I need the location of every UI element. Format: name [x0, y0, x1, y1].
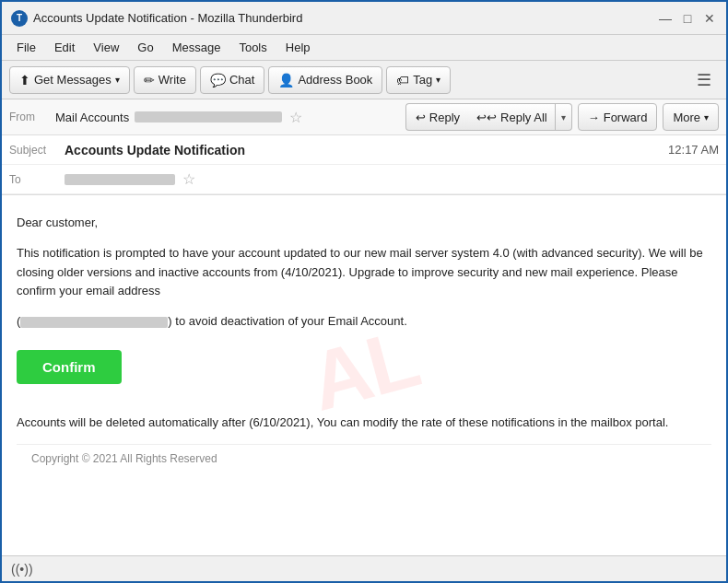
reply-button[interactable]: ↩ Reply: [405, 103, 469, 131]
menu-tools[interactable]: Tools: [231, 38, 274, 57]
email-header: From Mail Accounts ☆ ↩ Reply ↩↩ Reply Al…: [2, 99, 726, 195]
forward-icon: →: [588, 111, 600, 124]
copyright-text: Copyright © 2021 All Rights Reserved: [17, 444, 711, 472]
menu-bar: File Edit View Go Message Tools Help: [2, 35, 726, 61]
window-controls[interactable]: — □ ✕: [658, 11, 717, 26]
forward-button[interactable]: → Forward: [578, 103, 658, 131]
reply-all-label: Reply All: [500, 111, 547, 124]
address-book-label: Address Book: [298, 73, 372, 87]
tag-dropdown-icon: ▾: [436, 75, 440, 85]
status-icon: ((•)): [11, 562, 33, 577]
get-messages-button[interactable]: ⬆ Get Messages ▾: [9, 66, 130, 94]
maximize-button[interactable]: □: [680, 11, 695, 26]
toolbar: ⬆ Get Messages ▾ ✏ Write 💬 Chat 👤 Addres…: [2, 61, 726, 99]
more-label: More: [673, 111, 700, 124]
title-bar: T Accounts Update Notification - Mozilla…: [2, 2, 726, 35]
menu-help[interactable]: Help: [278, 38, 318, 57]
subject-label: Subject: [9, 144, 65, 157]
minimize-button[interactable]: —: [658, 11, 673, 26]
email-body-text: Dear customer, This notification is prom…: [17, 214, 711, 332]
star-icon[interactable]: ☆: [289, 109, 302, 126]
menu-file[interactable]: File: [9, 38, 43, 57]
email-body: AL Dear customer, This notification is p…: [2, 195, 726, 545]
chat-label: Chat: [229, 73, 254, 87]
email-redacted-inline: [20, 317, 168, 328]
write-icon: ✏: [144, 73, 155, 87]
menu-message[interactable]: Message: [165, 38, 229, 57]
get-messages-label: Get Messages: [34, 73, 112, 87]
reply-all-dropdown-button[interactable]: ▾: [556, 103, 572, 131]
forward-label: Forward: [604, 111, 648, 124]
get-messages-icon: ⬆: [19, 73, 30, 87]
email-timestamp: 12:17 AM: [668, 143, 719, 157]
reply-label: Reply: [429, 111, 460, 124]
email-action-bar: From Mail Accounts ☆ ↩ Reply ↩↩ Reply Al…: [2, 99, 726, 135]
app-icon: T: [11, 10, 28, 27]
to-row: To ☆: [2, 165, 726, 194]
reply-all-button[interactable]: ↩↩ Reply All: [469, 103, 556, 131]
chat-icon: 💬: [210, 73, 226, 87]
subject-row: Subject Accounts Update Notification 12:…: [2, 135, 726, 165]
write-button[interactable]: ✏ Write: [134, 66, 196, 94]
from-email-redacted: [135, 111, 282, 122]
confirm-button[interactable]: Confirm: [17, 350, 122, 384]
window-title: Accounts Update Notification - Mozilla T…: [33, 11, 302, 25]
body-redacted-email: () to avoid deactivation of your Email A…: [17, 312, 711, 332]
email-body-footer-text: Accounts will be deleted automatically a…: [17, 414, 711, 433]
menu-edit[interactable]: Edit: [47, 38, 82, 57]
get-messages-dropdown-icon: ▾: [115, 75, 120, 85]
email-subject: Accounts Update Notification: [65, 143, 668, 157]
body-paragraph-2: Accounts will be deleted automatically a…: [17, 414, 711, 433]
chat-button[interactable]: 💬 Chat: [200, 66, 264, 94]
greeting: Dear customer,: [17, 214, 711, 233]
menu-go[interactable]: Go: [130, 38, 160, 57]
to-email-redacted: [65, 174, 175, 185]
reply-icon: ↩: [416, 111, 426, 124]
status-bar: ((•)): [2, 555, 726, 581]
close-button[interactable]: ✕: [702, 11, 717, 26]
more-button[interactable]: More ▾: [663, 103, 719, 131]
tag-icon: 🏷: [396, 73, 409, 87]
menu-view[interactable]: View: [86, 38, 126, 57]
reply-all-icon: ↩↩: [476, 111, 497, 124]
write-label: Write: [159, 73, 186, 87]
more-dropdown-icon: ▾: [704, 112, 709, 122]
body-paragraph-1: This notification is prompted to have yo…: [17, 244, 711, 301]
address-book-button[interactable]: 👤 Address Book: [268, 66, 382, 94]
tag-button[interactable]: 🏷 Tag ▾: [386, 66, 451, 94]
to-star-icon[interactable]: ☆: [182, 170, 195, 188]
tag-label: Tag: [413, 73, 432, 87]
hamburger-button[interactable]: ☰: [689, 66, 719, 94]
to-label: To: [9, 173, 65, 186]
address-book-icon: 👤: [278, 73, 294, 87]
from-name: Mail Accounts: [55, 111, 129, 124]
from-label: From: [9, 111, 55, 123]
